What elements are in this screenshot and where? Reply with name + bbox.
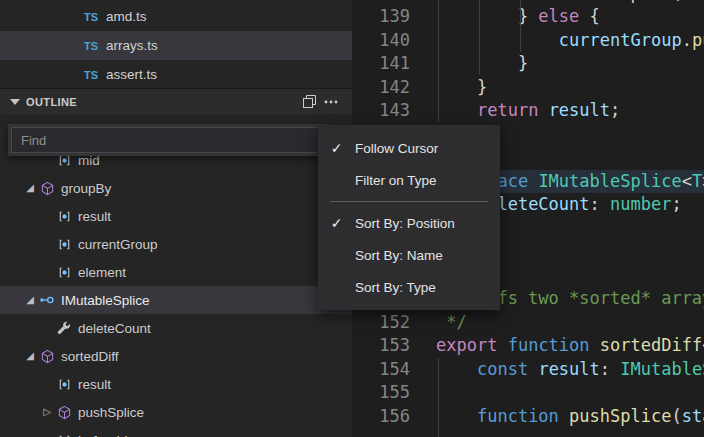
code-line[interactable]: 140 currentGroup.push(element); bbox=[352, 29, 704, 53]
more-actions-icon[interactable] bbox=[320, 92, 342, 112]
outline-item-element[interactable]: element bbox=[0, 258, 352, 286]
code-text: */ bbox=[436, 311, 467, 335]
file-name: arrays.ts bbox=[106, 38, 158, 53]
code-token: export bbox=[436, 335, 497, 355]
menu-item-sort-by-type[interactable]: Sort By: Type bbox=[318, 271, 500, 303]
code-token: push bbox=[692, 30, 704, 50]
outline-item-deleteCount[interactable]: deleteCount bbox=[0, 314, 352, 342]
code-token: function bbox=[508, 335, 590, 355]
sidebar: TSamd.tsTSarrays.tsTSassert.ts OUTLINE m… bbox=[0, 0, 352, 437]
code-token: IMutableSplice bbox=[620, 359, 704, 379]
symbol-variable-icon bbox=[56, 432, 72, 437]
code-token: T bbox=[692, 171, 702, 191]
code-token bbox=[436, 0, 559, 3]
file-item-amd.ts[interactable]: TSamd.ts bbox=[0, 2, 352, 31]
menu-item-sort-by-name[interactable]: Sort By: Name bbox=[318, 239, 500, 271]
outline-item-IMutableSplice[interactable]: ◢IMutableSplice bbox=[0, 286, 352, 314]
code-token bbox=[528, 171, 538, 191]
code-text: currentGroup.push(element); bbox=[436, 29, 704, 53]
outline-item-label: result bbox=[78, 377, 111, 392]
file-tree: TSamd.tsTSarrays.tsTSassert.ts bbox=[0, 2, 352, 89]
outline-item-pushSplice[interactable]: ▷pushSplice bbox=[0, 398, 352, 426]
twistie-icon[interactable]: ◢ bbox=[21, 174, 39, 202]
code-token: sortedDiff bbox=[600, 335, 702, 355]
file-item-assert.ts[interactable]: TSassert.ts bbox=[0, 60, 352, 89]
code-text: const result: IMutableSplice<T>[] = []; bbox=[436, 358, 704, 382]
menu-item-sort-by-position[interactable]: ✓Sort By: Position bbox=[318, 207, 500, 239]
symbol-variable-icon bbox=[56, 208, 72, 224]
file-name: assert.ts bbox=[106, 67, 157, 82]
outline-item-label: pushSplice bbox=[78, 405, 144, 420]
twistie-icon[interactable]: ◢ bbox=[21, 342, 39, 370]
outline-item-result[interactable]: result bbox=[0, 202, 352, 230]
line-number: 143 bbox=[352, 99, 410, 123]
symbol-property-icon bbox=[56, 320, 72, 336]
code-token: const bbox=[477, 359, 528, 379]
twistie-icon[interactable]: ◢ bbox=[21, 286, 39, 314]
outline-item-result[interactable]: result bbox=[0, 370, 352, 398]
indent-guide bbox=[520, 0, 521, 52]
outline-title: OUTLINE bbox=[26, 96, 77, 108]
code-line[interactable]: 142 } bbox=[352, 76, 704, 100]
outline-item-label: element bbox=[78, 265, 126, 280]
menu-item-filter-on-type[interactable]: Filter on Type bbox=[318, 164, 500, 196]
menu-item-follow-cursor[interactable]: ✓Follow Cursor bbox=[318, 132, 500, 164]
code-text: return result; bbox=[436, 99, 620, 123]
code-text: function pushSplice(start: number, delet… bbox=[436, 405, 704, 429]
code-line[interactable]: 155 bbox=[352, 381, 704, 405]
code-token: currentGroup bbox=[682, 0, 704, 3]
outline-item-label: groupBy bbox=[61, 181, 111, 196]
menu-item-label: Sort By: Type bbox=[355, 280, 436, 295]
code-token bbox=[436, 30, 559, 50]
symbol-method-icon bbox=[39, 348, 55, 364]
ts-file-icon: TS bbox=[84, 69, 98, 81]
code-line[interactable]: 141 } bbox=[352, 52, 704, 76]
outline-item-label: beforeIdx bbox=[78, 433, 134, 437]
outline-find-widget bbox=[8, 124, 330, 156]
menu-item-label: Follow Cursor bbox=[355, 141, 438, 156]
checkmark-icon: ✓ bbox=[318, 140, 355, 156]
outline-item-beforeIdx[interactable]: beforeIdx bbox=[0, 426, 352, 437]
code-line[interactable]: 153export function sortedDiff<T>(before:… bbox=[352, 334, 704, 358]
vscode-window: 138 result.push(currentGroup);139 } else… bbox=[0, 0, 704, 437]
code-line[interactable]: 143 return result; bbox=[352, 99, 704, 123]
code-token: push bbox=[631, 0, 672, 3]
code-token bbox=[528, 359, 538, 379]
line-number: 156 bbox=[352, 405, 410, 429]
code-token: < bbox=[682, 171, 692, 191]
indent-guide bbox=[438, 0, 439, 122]
code-line[interactable]: 152 */ bbox=[352, 311, 704, 335]
code-token: ( bbox=[671, 406, 681, 426]
checkmark-icon: ✓ bbox=[318, 215, 355, 231]
line-number: 139 bbox=[352, 5, 410, 29]
menu-item-label: Sort By: Name bbox=[355, 248, 443, 263]
collapse-all-icon[interactable] bbox=[298, 92, 320, 112]
code-token: result bbox=[549, 100, 610, 120]
outline-item-currentGroup[interactable]: currentGroup bbox=[0, 230, 352, 258]
find-input[interactable] bbox=[11, 127, 327, 153]
code-token bbox=[497, 335, 507, 355]
code-token: */ bbox=[436, 312, 467, 332]
symbol-method-icon bbox=[39, 180, 55, 196]
twistie-icon[interactable]: ▷ bbox=[38, 398, 56, 426]
code-token bbox=[590, 335, 600, 355]
line-number: 142 bbox=[352, 76, 410, 100]
line-number: 154 bbox=[352, 358, 410, 382]
code-line[interactable]: 139 } else { bbox=[352, 5, 704, 29]
code-line[interactable]: 156 function pushSplice(start: number, d… bbox=[352, 405, 704, 429]
code-token: result bbox=[538, 359, 599, 379]
outline-header[interactable]: OUTLINE bbox=[0, 88, 352, 114]
code-token: ; bbox=[671, 194, 681, 214]
code-token: : bbox=[590, 194, 610, 214]
code-token: ; bbox=[610, 100, 620, 120]
code-token: } bbox=[436, 53, 528, 73]
section-collapse-arrow-icon bbox=[10, 99, 20, 105]
outline-item-groupBy[interactable]: ◢groupBy bbox=[0, 174, 352, 202]
file-item-arrays.ts[interactable]: TSarrays.ts bbox=[0, 31, 352, 60]
outline-tree: mid◢groupByresultcurrentGroupelement◢IMu… bbox=[0, 146, 352, 437]
line-number: 153 bbox=[352, 334, 410, 358]
outline-item-sortedDiff[interactable]: ◢sortedDiff bbox=[0, 342, 352, 370]
code-line[interactable]: 154 const result: IMutableSplice<T>[] = … bbox=[352, 358, 704, 382]
file-name: amd.ts bbox=[106, 9, 147, 24]
code-token: IMutableSplice bbox=[538, 171, 681, 191]
